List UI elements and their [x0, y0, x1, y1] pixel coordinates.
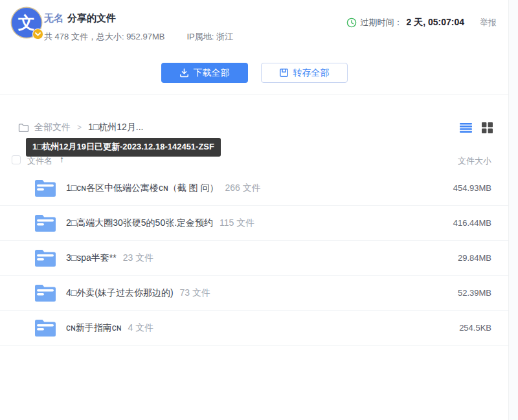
download-all-button[interactable]: 下载全部	[161, 63, 248, 83]
folder-icon	[34, 318, 57, 338]
file-count: 266 文件	[225, 182, 261, 194]
breadcrumb-root[interactable]: 全部文件	[34, 122, 71, 133]
download-all-label: 下载全部	[194, 67, 230, 79]
breadcrumb-tooltip: 1□杭州12月19日已更新-2023.12.18-142451-ZSF	[26, 138, 221, 157]
expire-meta: 过期时间： 2 天, 05:07:04 举报	[346, 17, 497, 28]
folder-icon	[34, 179, 57, 198]
file-count: 73 文件	[180, 287, 210, 299]
expire-countdown: 2 天, 05:07:04	[407, 17, 465, 28]
table-row[interactable]: 2□高端大圈30张硬5的50张.定金预约 115 文件 416.44MB	[0, 206, 508, 241]
action-buttons: 下载全部 转存全部	[0, 63, 508, 83]
select-all-checkbox[interactable]	[12, 155, 21, 164]
page-title: 无名分享的文件	[44, 12, 116, 25]
avatar-glyph: 文	[18, 14, 35, 31]
folder-outline-icon	[18, 123, 29, 133]
file-name: ᴄɴ新手指南ᴄɴ	[66, 322, 121, 334]
file-count: 115 文件	[220, 217, 254, 229]
file-size: 416.44MB	[453, 218, 491, 228]
avatar: 文	[12, 8, 41, 38]
folder-icon	[34, 249, 57, 268]
file-count: 4 文件	[128, 322, 153, 334]
share-header: 文 无名分享的文件 共 478 文件，总大小: 952.97MBIP属地: 浙江…	[0, 0, 508, 95]
file-size: 52.39MB	[458, 288, 491, 298]
list-view-button[interactable]	[460, 123, 472, 133]
breadcrumb-separator: >	[77, 123, 82, 132]
save-icon	[279, 68, 289, 78]
file-stats: 共 478 文件，总大小: 952.97MB	[44, 32, 164, 41]
file-count: 23 文件	[123, 252, 153, 264]
breadcrumb: 全部文件 > 1□杭州12月...	[18, 122, 144, 133]
column-header-size: 文件大小	[458, 155, 491, 167]
folder-icon	[34, 214, 57, 233]
owner-name: 无名	[44, 12, 63, 23]
table-row[interactable]: 3□spa半套** 23 文件 29.84MB	[0, 241, 508, 276]
expire-label: 过期时间：	[361, 17, 403, 28]
folder-icon	[34, 283, 57, 303]
table-row[interactable]: ᴄɴ新手指南ᴄɴ 4 文件 254.5KB	[0, 311, 508, 346]
view-toggles	[460, 122, 493, 133]
title-suffix: 分享的文件	[67, 12, 116, 23]
grid-view-button[interactable]	[482, 122, 493, 133]
file-name: 4□外卖(妹子过去你那边的)	[66, 287, 174, 299]
ip-location: IP属地: 浙江	[186, 32, 233, 41]
clock-icon	[346, 17, 357, 28]
file-size: 29.84MB	[458, 253, 491, 263]
file-name: 3□spa半套**	[66, 252, 117, 264]
file-name: 1□ᴄɴ各区中低端公寓楼ᴄɴ（截 图 问）	[66, 182, 219, 194]
avatar-badge-chevron-icon	[32, 28, 43, 39]
file-size: 454.93MB	[453, 183, 491, 193]
file-list: 1□ᴄɴ各区中低端公寓楼ᴄɴ（截 图 问） 266 文件 454.93MB 2□…	[0, 171, 508, 346]
share-stats: 共 478 文件，总大小: 952.97MBIP属地: 浙江	[44, 31, 233, 43]
table-row[interactable]: 1□ᴄɴ各区中低端公寓楼ᴄɴ（截 图 问） 266 文件 454.93MB	[0, 171, 508, 206]
table-row[interactable]: 4□外卖(妹子过去你那边的) 73 文件 52.39MB	[0, 276, 508, 311]
file-name: 2□高端大圈30张硬5的50张.定金预约	[66, 217, 213, 229]
breadcrumb-current[interactable]: 1□杭州12月...	[88, 122, 143, 133]
save-all-label: 转存全部	[293, 67, 330, 79]
share-page: 文 无名分享的文件 共 478 文件，总大小: 952.97MBIP属地: 浙江…	[0, 0, 509, 420]
download-icon	[179, 68, 189, 78]
file-size: 254.5KB	[459, 323, 491, 333]
report-link[interactable]: 举报	[480, 17, 497, 28]
save-all-button[interactable]: 转存全部	[261, 63, 348, 83]
column-header-name[interactable]: 文件名	[27, 155, 52, 167]
